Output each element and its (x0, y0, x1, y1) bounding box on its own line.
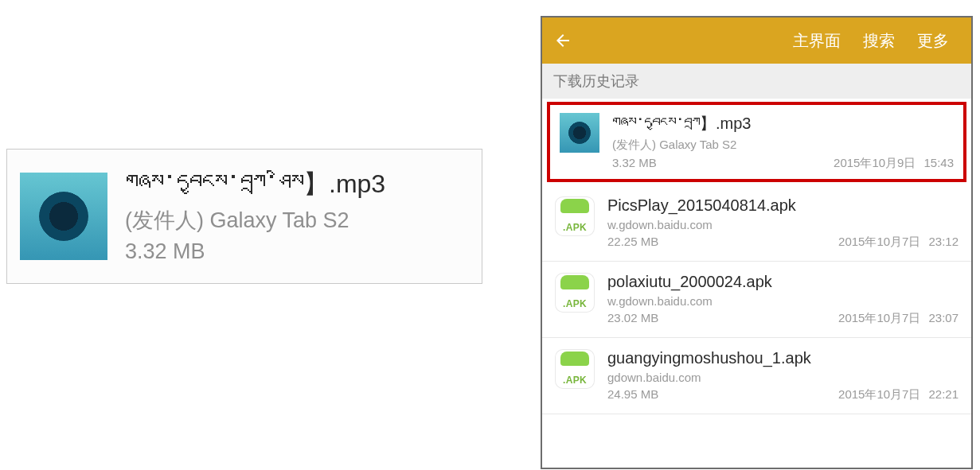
item-time: 15:43 (923, 156, 954, 169)
music-thumbnail (20, 173, 107, 260)
appbar-search-button[interactable]: 搜索 (852, 30, 906, 52)
item-source: (发件人) Galaxy Tab S2 (612, 138, 954, 153)
music-file-icon (560, 113, 599, 153)
item-date: 2015年10月7日 (838, 387, 920, 402)
item-time: 23:12 (928, 235, 959, 248)
download-list[interactable]: གཞས་དབྱངས་བཀྲ】.mp3 (发件人) Galaxy Tab S2 3… (542, 99, 971, 468)
item-filesize: 23.02 MB (607, 311, 658, 324)
item-date: 2015年10月7日 (838, 235, 920, 250)
item-source: gdown.baidu.com (607, 371, 959, 384)
item-filename: གཞས་དབྱངས་བཀྲ】.mp3 (612, 113, 954, 134)
item-source: w.gdown.baidu.com (607, 218, 959, 231)
list-item[interactable]: .APK PicsPlay_2015040814.apk w.gdown.bai… (542, 185, 971, 262)
item-body: གཞས་དབྱངས་བཀྲ】.mp3 (发件人) Galaxy Tab S2 3… (612, 113, 954, 171)
apk-badge-label: .APK (563, 375, 587, 386)
app-bar: 主界面 搜索 更多 (542, 17, 971, 64)
item-filename: PicsPlay_2015040814.apk (607, 196, 959, 215)
item-filesize: 24.95 MB (607, 387, 658, 401)
zoom-info: གཞས་དབྱངས་བཀྲ་ཤིས】.mp3 (发件人) Galaxy Tab … (125, 169, 469, 263)
appbar-more-button[interactable]: 更多 (906, 30, 960, 52)
zoom-sender: (发件人) Galaxy Tab S2 (125, 206, 469, 235)
zoom-filename: གཞས་དབྱངས་བཀྲ་ཤིས】.mp3 (125, 169, 469, 199)
section-header: 下载历史记录 (542, 64, 971, 99)
item-body: guangyingmoshushou_1.apk gdown.baidu.com… (607, 349, 959, 402)
apk-badge-label: .APK (563, 222, 587, 233)
appbar-home-button[interactable]: 主界面 (782, 30, 852, 52)
apk-file-icon: .APK (555, 196, 595, 236)
svg-line-0 (514, 151, 515, 152)
download-history-screen: 主界面 搜索 更多 下载历史记录 གཞས་དབྱངས་བཀྲ】.mp3 (发件人… (541, 16, 973, 469)
apk-file-icon: .APK (555, 349, 595, 389)
list-item[interactable]: .APK guangyingmoshushou_1.apk gdown.baid… (542, 338, 971, 414)
item-date: 2015年10月9日 (834, 156, 916, 171)
list-item[interactable]: གཞས་དབྱངས་བཀྲ】.mp3 (发件人) Galaxy Tab S2 3… (547, 102, 966, 182)
item-filesize: 3.32 MB (612, 156, 657, 169)
item-body: PicsPlay_2015040814.apk w.gdown.baidu.co… (607, 196, 959, 250)
apk-badge-label: .APK (563, 298, 587, 309)
item-time: 23:07 (928, 311, 959, 324)
item-filesize: 22.25 MB (607, 235, 658, 248)
item-time: 22:21 (928, 387, 959, 401)
item-body: polaxiutu_2000024.apk w.gdown.baidu.com … (607, 273, 959, 326)
item-filename: guangyingmoshushou_1.apk (607, 349, 959, 367)
callout-connector-line (482, 151, 548, 152)
item-date: 2015年10月7日 (838, 311, 920, 326)
zoom-detail-panel: གཞས་དབྱངས་བཀྲ་ཤིས】.mp3 (发件人) Galaxy Tab … (6, 149, 482, 284)
zoom-filesize: 3.32 MB (125, 239, 469, 264)
item-source: w.gdown.baidu.com (607, 294, 959, 308)
list-item[interactable]: .APK polaxiutu_2000024.apk w.gdown.baidu… (542, 262, 971, 338)
item-filename: polaxiutu_2000024.apk (607, 273, 959, 291)
back-arrow-icon[interactable] (553, 31, 572, 50)
apk-file-icon: .APK (555, 273, 595, 313)
